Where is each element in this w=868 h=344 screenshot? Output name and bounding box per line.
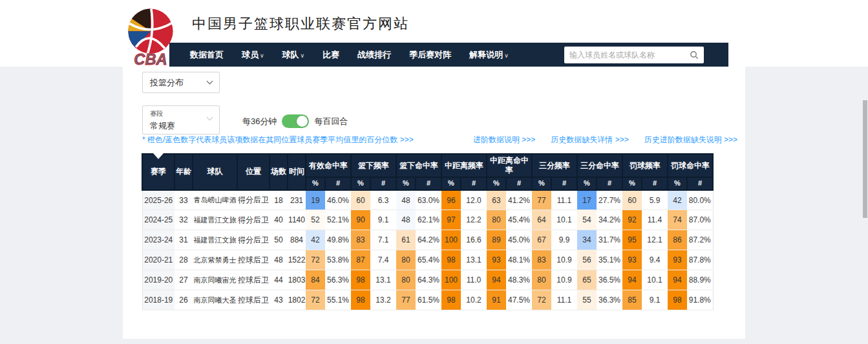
search-box[interactable] <box>564 47 704 63</box>
column-subheader-pct-4[interactable]: % <box>441 177 461 190</box>
column-subheader-num-8[interactable]: # <box>642 177 668 190</box>
column-subheader-pct-3[interactable]: % <box>396 177 416 190</box>
column-subheader-pct-5[interactable]: % <box>487 177 506 190</box>
column-subheader-num-9[interactable]: # <box>687 177 713 190</box>
value-cell: 10.2 <box>461 290 487 310</box>
position-cell: 得分后卫 <box>237 230 270 250</box>
nav-item-4[interactable]: 比赛 <box>323 49 339 61</box>
column-header-base-6[interactable]: 时间 <box>288 154 306 190</box>
time-cell: 1803 <box>288 270 306 290</box>
season-cell: 2020-21 <box>142 250 175 270</box>
help-link-2[interactable]: 历史数据缺失详情 >>> <box>551 134 628 145</box>
chevron-down-icon: ∨ <box>504 52 509 59</box>
column-subheader-num-7[interactable]: # <box>597 177 622 190</box>
column-header-base-1[interactable]: 赛季 <box>142 154 175 190</box>
time-cell: 1802 <box>288 290 306 310</box>
percentile-cell: 98 <box>351 290 370 310</box>
value-cell: 9.4 <box>642 250 668 270</box>
stat-category-select[interactable]: 投篮分布 <box>142 72 220 93</box>
percentile-cell: 19 <box>306 190 325 210</box>
column-header-group-8[interactable]: 罚球频率 <box>622 154 668 177</box>
column-subheader-pct-6[interactable]: % <box>532 177 551 190</box>
percentile-legend-note[interactable]: * 橙色/蓝色数字代表球员该项数据在其同位置球员赛季平均值里的百分位数 >>> <box>142 134 414 145</box>
column-header-base-4[interactable]: 位置 <box>237 154 270 190</box>
column-subheader-num-4[interactable]: # <box>461 177 487 190</box>
value-cell: 52.1% <box>325 210 351 230</box>
column-subheader-pct-9[interactable]: % <box>668 177 687 190</box>
column-subheader-num-2[interactable]: # <box>370 177 396 190</box>
column-header-group-2[interactable]: 篮下频率 <box>351 154 396 177</box>
value-cell: 55.1% <box>325 290 351 310</box>
nav-item-7[interactable]: 解释说明∨ <box>469 49 509 61</box>
value-cell: 36.3% <box>597 290 622 310</box>
column-subheader-num-5[interactable]: # <box>506 177 532 190</box>
search-icon[interactable] <box>690 50 699 59</box>
value-cell: 34.2% <box>597 210 622 230</box>
column-header-group-6[interactable]: 三分频率 <box>532 154 577 177</box>
percentile-cell: 93 <box>487 250 506 270</box>
value-cell: 64.3% <box>416 270 441 290</box>
percentile-cell: 92 <box>622 210 642 230</box>
column-subheader-pct-2[interactable]: % <box>351 177 370 190</box>
column-header-group-7[interactable]: 三分命中率 <box>577 154 622 177</box>
team-cell: 青岛崂山啤酒 <box>193 190 237 210</box>
column-subheader-pct-1[interactable]: % <box>306 177 325 190</box>
season-cell: 2023-24 <box>142 230 175 250</box>
value-cell: 10.1 <box>551 210 577 230</box>
column-header-group-5[interactable]: 中距离命中率 <box>487 154 532 177</box>
value-cell: 46.0% <box>325 190 351 210</box>
per-mode-toggle[interactable] <box>282 114 309 128</box>
percentile-cell: 87 <box>351 250 370 270</box>
column-subheader-num-6[interactable]: # <box>551 177 577 190</box>
help-link-3[interactable]: 历史进阶数据缺失说明 >>> <box>644 134 737 145</box>
value-cell: 65.4% <box>416 250 441 270</box>
column-subheader-pct-7[interactable]: % <box>577 177 597 190</box>
value-cell: 31.7% <box>597 230 622 250</box>
percentile-cell: 98 <box>441 290 461 310</box>
percentile-cell: 64 <box>532 210 551 230</box>
value-cell: 45.0% <box>506 230 532 250</box>
value-cell: 36.5% <box>597 270 622 290</box>
value-cell: 48.1% <box>506 250 532 270</box>
percentile-cell: 60 <box>622 190 642 210</box>
nav-item-3[interactable]: 球队∨ <box>282 49 305 61</box>
nav-item-6[interactable]: 季后赛对阵 <box>409 49 451 61</box>
value-cell: 61.5% <box>416 290 441 310</box>
table-row: 2023-2431福建晋江文旅得分后卫508844249.8%837.16164… <box>142 230 713 250</box>
nav-item-2[interactable]: 球员∨ <box>242 49 264 61</box>
value-cell: 87.0% <box>687 210 713 230</box>
games-cell: 50 <box>270 230 288 250</box>
percentile-cell: 85 <box>622 290 642 310</box>
percentile-cell: 80 <box>396 250 416 270</box>
column-header-group-9[interactable]: 罚球命中率 <box>668 154 713 177</box>
column-subheader-num-3[interactable]: # <box>416 177 441 190</box>
value-cell: 10.1 <box>642 270 668 290</box>
percentile-cell: 96 <box>441 190 461 210</box>
column-header-group-3[interactable]: 篮下命中率 <box>396 154 441 177</box>
percentile-cell: 56 <box>577 250 597 270</box>
column-subheader-num-1[interactable]: # <box>325 177 351 190</box>
nav-item-1[interactable]: 数据首页 <box>190 49 224 61</box>
percentile-cell: 90 <box>351 210 370 230</box>
value-cell: 16.6 <box>461 230 487 250</box>
column-header-group-4[interactable]: 中距离频率 <box>441 154 487 177</box>
value-cell: 5.9 <box>642 190 668 210</box>
nav-item-5[interactable]: 战绩排行 <box>357 49 391 61</box>
column-subheader-pct-8[interactable]: % <box>622 177 642 190</box>
help-link-1[interactable]: 进阶数据说明 >>> <box>473 134 535 145</box>
stage-select[interactable]: 赛段 常规赛 <box>142 105 220 134</box>
age-cell: 28 <box>175 250 193 270</box>
position-cell: 控球后卫 <box>237 270 270 290</box>
content-panel: 投篮分布 赛段 常规赛 每36分钟 每百回合 * 橙色/蓝色数字代表球员该项数据… <box>123 67 745 339</box>
column-header-group-1[interactable]: 有效命中率 <box>306 154 351 177</box>
column-header-base-2[interactable]: 年龄 <box>175 154 193 190</box>
percentile-cell: 97 <box>441 210 461 230</box>
column-header-base-5[interactable]: 场数 <box>270 154 288 190</box>
value-cell: 88.9% <box>687 270 713 290</box>
value-cell: 35.1% <box>597 250 622 270</box>
value-cell: 49.8% <box>325 230 351 250</box>
percentile-cell: 94 <box>622 270 642 290</box>
column-header-base-3[interactable]: 球队 <box>193 154 237 190</box>
search-input[interactable] <box>569 50 690 59</box>
scrollbar-thumb[interactable] <box>863 100 867 218</box>
